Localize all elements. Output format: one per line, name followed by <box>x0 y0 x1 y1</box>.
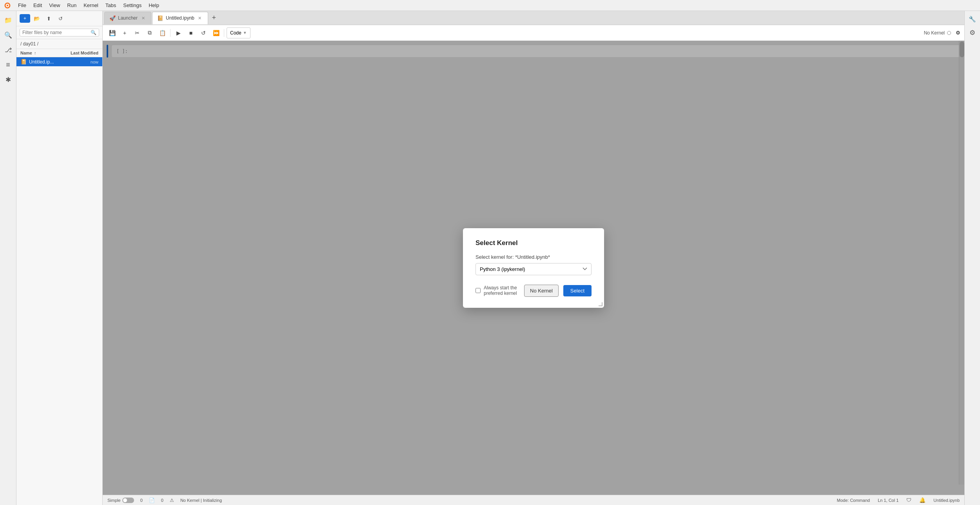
tab-bar: 🚀 Launcher ✕ 📔 Untitled.ipynb ✕ + <box>103 11 964 25</box>
tab-notebook[interactable]: 📔 Untitled.ipynb ✕ <box>152 12 208 24</box>
run-button[interactable]: ▶ <box>173 27 184 38</box>
sidebar-search-btn[interactable]: 🔍 <box>2 28 15 42</box>
filename-label: Untitled.ipynb <box>933 498 960 503</box>
upload-btn[interactable]: ⬆ <box>44 13 54 24</box>
menu-run[interactable]: Run <box>64 1 80 9</box>
modal-kernel-label: Select kernel for: *Untitled.ipynb* <box>475 254 592 260</box>
breadcrumb: / day01 / <box>16 39 102 49</box>
bell-icon: 🔔 <box>919 497 926 503</box>
filter-search-icon: 🔍 <box>91 30 96 35</box>
cell-type-chevron: ▼ <box>243 31 247 35</box>
menubar: File Edit View Run Kernel Tabs Settings … <box>0 0 980 11</box>
refresh-btn[interactable]: ↺ <box>55 13 65 24</box>
launcher-tab-close[interactable]: ✕ <box>140 15 146 21</box>
statusbar: Simple 0 📄 0 ⚠ No Kernel | Initializing … <box>103 495 964 505</box>
app-logo <box>3 1 12 10</box>
menu-file[interactable]: File <box>15 1 29 9</box>
menu-edit[interactable]: Edit <box>30 1 45 9</box>
statusbar-right: Mode: Command Ln 1, Col 1 🛡 🔔 Untitled.i… <box>837 497 960 503</box>
right-gear-icon[interactable]: ⚙ <box>967 27 978 38</box>
notebook-wrapper: 💾 + ✂ ⧉ 📋 ▶ ■ ↺ ⏩ Code ▼ No Kernel <box>103 25 964 495</box>
kernel-init-status: No Kernel | Initializing <box>180 498 222 503</box>
plus-icon: + <box>24 16 26 21</box>
simple-label: Simple <box>107 498 121 503</box>
status-icon2: ⚠ <box>170 498 174 503</box>
sidebar-files-btn[interactable]: 📁 <box>2 13 15 27</box>
new-button[interactable]: + <box>20 14 30 23</box>
menu-tabs[interactable]: Tabs <box>102 1 119 9</box>
notebook-tab-icon: 📔 <box>157 15 163 21</box>
cell-type-select[interactable]: Code ▼ <box>227 27 250 38</box>
paste-button[interactable]: 📋 <box>157 27 168 38</box>
status-counter1: 0 <box>140 498 143 503</box>
cell-type-label: Code <box>230 30 241 36</box>
mode-indicator: Mode: Command <box>837 498 870 503</box>
add-tab-btn[interactable]: + <box>209 13 219 23</box>
col-name-header: Name ↑ <box>20 51 63 55</box>
notebook-tab-close[interactable]: ✕ <box>197 15 203 21</box>
notebook-toolbar: 💾 + ✂ ⧉ 📋 ▶ ■ ↺ ⏩ Code ▼ No Kernel <box>103 25 964 41</box>
sidebar-extension-btn[interactable]: ✱ <box>2 73 15 86</box>
copy-button[interactable]: ⧉ <box>144 27 155 38</box>
file-item[interactable]: 📔 Untitled.ip... now <box>16 57 102 66</box>
kernel-select-dropdown[interactable]: Python 3 (ipykernel) No Kernel <box>475 263 592 275</box>
file-browser-panel: + 📂 ⬆ ↺ 🔍 / day01 / Name ↑ Last Modified… <box>16 11 103 505</box>
modal-resize-handle[interactable] <box>598 302 604 308</box>
tab-launcher[interactable]: 🚀 Launcher ✕ <box>104 12 151 24</box>
always-start-checkbox[interactable] <box>475 288 481 293</box>
app-layout: 📁 🔍 ⎇ ≡ ✱ + 📂 ⬆ ↺ 🔍 / day01 / Name <box>0 11 980 505</box>
file-toolbar: + 📂 ⬆ ↺ <box>16 11 102 26</box>
right-wrench-icon[interactable]: 🔧 <box>967 13 978 25</box>
save-button[interactable]: 💾 <box>107 27 118 38</box>
modal-footer: Always start the preferred kernel No Ker… <box>475 285 592 297</box>
stop-button[interactable]: ■ <box>185 27 196 38</box>
status-counter2: 0 <box>161 498 163 503</box>
toolbar-separator-1 <box>170 29 171 37</box>
cut-button[interactable]: ✂ <box>132 27 143 38</box>
launcher-tab-icon: 🚀 <box>109 15 116 21</box>
menu-view[interactable]: View <box>46 1 63 9</box>
file-name-label: Untitled.ip... <box>29 59 88 65</box>
status-icon1: 📄 <box>149 498 155 503</box>
kernel-name-label: No Kernel <box>924 30 945 36</box>
modal-overlay: Select Kernel Select kernel for: *Untitl… <box>103 41 964 495</box>
cursor-position: Ln 1, Col 1 <box>878 498 898 503</box>
file-list-header[interactable]: Name ↑ Last Modified <box>16 49 102 57</box>
filter-row: 🔍 <box>16 26 102 39</box>
filter-input[interactable] <box>22 30 91 35</box>
select-kernel-modal: Select Kernel Select kernel for: *Untitl… <box>463 228 604 308</box>
svg-point-2 <box>7 4 9 6</box>
always-start-checkbox-row: Always start the preferred kernel <box>475 285 519 296</box>
kernel-circle-indicator <box>947 31 951 35</box>
mode-toggle-thumb <box>123 498 127 502</box>
modal-title: Select Kernel <box>475 239 592 247</box>
sidebar-toc-btn[interactable]: ≡ <box>2 58 15 71</box>
notebook-content: [ ]: Select Kernel Select kernel for: *U… <box>103 41 964 495</box>
file-notebook-icon: 📔 <box>20 59 27 65</box>
col-modified-header: Last Modified <box>63 51 98 55</box>
select-kernel-button[interactable]: Select <box>563 285 592 296</box>
notebook-tab-label: Untitled.ipynb <box>166 15 194 21</box>
shield-icon: 🛡 <box>906 497 911 503</box>
left-icon-sidebar: 📁 🔍 ⎇ ≡ ✱ <box>0 11 16 505</box>
restart-run-button[interactable]: ⏩ <box>211 27 221 38</box>
toolbar-separator-2 <box>224 29 224 37</box>
right-settings-gear[interactable]: ⚙ <box>956 30 960 36</box>
main-area: 🚀 Launcher ✕ 📔 Untitled.ipynb ✕ + 💾 + ✂ … <box>103 11 964 505</box>
simple-mode-toggle[interactable]: Simple <box>107 498 134 503</box>
launcher-tab-label: Launcher <box>118 15 138 21</box>
open-folder-btn[interactable]: 📂 <box>32 13 42 24</box>
sidebar-git-btn[interactable]: ⎇ <box>2 43 15 56</box>
mode-toggle-track[interactable] <box>122 498 134 503</box>
always-start-label: Always start the preferred kernel <box>484 285 519 296</box>
restart-button[interactable]: ↺ <box>198 27 209 38</box>
filter-input-wrap: 🔍 <box>20 29 99 36</box>
file-modified-time: now <box>91 60 98 64</box>
add-cell-button[interactable]: + <box>119 27 130 38</box>
no-kernel-button[interactable]: No Kernel <box>524 285 559 297</box>
menu-help[interactable]: Help <box>145 1 162 9</box>
kernel-status-area: No Kernel <box>924 30 951 36</box>
menu-kernel[interactable]: Kernel <box>80 1 102 9</box>
menu-settings[interactable]: Settings <box>120 1 145 9</box>
right-settings-panel: 🔧 ⚙ <box>964 11 980 505</box>
